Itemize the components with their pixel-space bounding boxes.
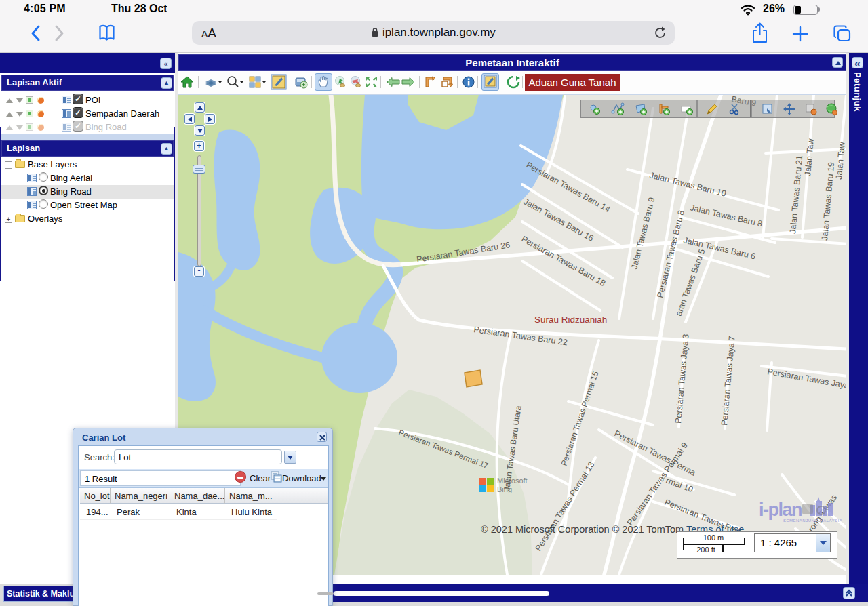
- svg-text:Surau Ridzuaniah: Surau Ridzuaniah: [534, 315, 607, 325]
